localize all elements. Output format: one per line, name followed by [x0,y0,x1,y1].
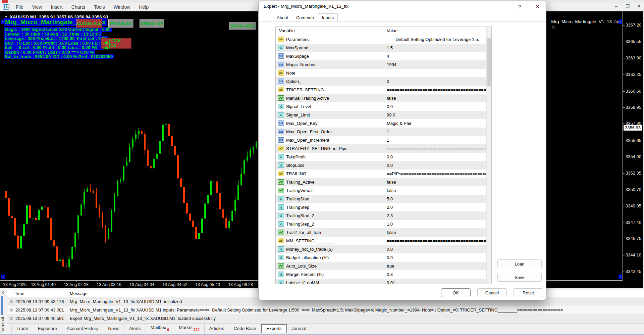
parameter-value[interactable]: false [387,230,486,235]
menu-view[interactable]: View [28,4,47,10]
break-ea-button[interactable]: BREAK EA [140,19,164,28]
terminal-tab-experts[interactable]: Experts [261,324,287,333]
parameter-value[interactable]: 4 [387,54,486,59]
chart-corner-marker-tr[interactable]: + [619,19,622,24]
pause-ea-button[interactable]: PAUSE EA [108,19,133,28]
parameter-value[interactable]: 2.3 [387,213,486,218]
terminal-tab-journal[interactable]: Journal [287,325,311,333]
table-row[interactable]: ½Signal_Level0.0 [276,102,491,111]
terminal-tab-mailbox[interactable]: Mailbox6 [146,324,174,334]
parameter-value[interactable]: 1 [387,138,486,143]
table-row[interactable]: abNote [276,69,491,77]
table-row[interactable]: ½Budget_allocation (%)0.0 [276,253,491,262]
menu-tools[interactable]: Tools [90,4,109,10]
parameter-value[interactable]: 0 [387,79,486,84]
parameter-value[interactable]: 99.0 [387,112,486,117]
table-row[interactable]: 123Magic_Number_1994 [276,60,491,69]
load-button[interactable]: Load [497,259,542,268]
parameter-value[interactable]: ========================================… [387,238,486,243]
table-row[interactable]: 123MaxSlipage4 [276,52,491,60]
table-row[interactable]: 123Max_Open_First_Order1 [276,128,491,136]
parameter-value[interactable]: === Default Setting Optimized for Levera… [387,37,486,42]
show-hide-button[interactable]: SHOW-HIDE [229,22,256,30]
parameter-value[interactable]: ==PIPs==================================… [387,171,486,176]
table-row[interactable]: ½MaxSpread1.5 [276,44,491,52]
parameter-value[interactable]: 0.0 [387,104,486,109]
tab-common[interactable]: Common [292,13,318,21]
table-scrollbar-thumb[interactable] [487,38,491,87]
chart-corner-marker-bl[interactable]: + [1,275,5,279]
parameter-value[interactable]: false [387,188,486,193]
tab-about[interactable]: About [273,13,292,21]
table-row[interactable]: Trail2_for_all_tranfalse [276,228,491,237]
menu-help[interactable]: Help [135,4,153,10]
terminal-tab-articles[interactable]: Articles [205,325,229,333]
parameter-value[interactable]: 1 [387,129,486,134]
terminal-tab-alerts[interactable]: Alerts [124,325,146,333]
table-row[interactable]: 123Option_0 [276,77,491,86]
dialog-close-button[interactable]: ✕ [532,2,543,11]
terminal-tab-trade[interactable]: Trade [11,325,33,333]
parameter-value[interactable]: true [387,264,486,269]
table-row[interactable]: ½Signal_Limit99.0 [276,111,491,119]
table-row[interactable]: ½TakeProfit0.0 [276,153,491,161]
parameter-value[interactable]: 1.0 [387,222,486,227]
chart-corner-marker-tl[interactable]: + [1,19,5,24]
menu-file[interactable]: File [11,4,28,10]
table-row[interactable]: ½TrailingStart5.0 [276,195,491,203]
parameter-value[interactable]: 0.0 [387,255,486,260]
table-row[interactable]: ½Money_not_to_trade ($)0.0 [276,245,491,253]
terminal-tab-exposure[interactable]: Exposure [33,325,62,333]
table-scrollbar[interactable] [486,27,491,284]
ea-status-icon[interactable]: ☺ [551,24,556,30]
menu-insert[interactable]: Insert [47,4,67,10]
parameter-value[interactable]: ========================================… [387,146,486,151]
parameter-value[interactable]: 1994 [387,62,486,67]
parameter-value[interactable]: ========================================… [387,87,486,92]
tab-inputs[interactable]: Inputs [318,13,338,21]
terminal-tab-code-base[interactable]: Code Base [229,325,261,333]
restore-button[interactable]: ❐ [625,4,630,9]
reset-button[interactable]: Reset [514,288,543,297]
terminal-tab-market[interactable]: Market122 [174,324,205,334]
parameter-value[interactable]: 0.0 [387,247,486,252]
parameter-value[interactable]: 0.0 [387,163,486,168]
table-row[interactable]: ½StopLoss0.0 [276,161,491,170]
dialog-help-button[interactable]: ? [514,2,525,11]
cancel-button[interactable]: Cancel [477,288,507,297]
parameter-value[interactable]: Magic & Pair [387,121,486,126]
table-row[interactable]: ½Lotsize_if_noMM0.01 [276,279,491,284]
parameter-value[interactable]: false [387,180,486,185]
table-row[interactable]: abTRIGER_SETTING________================… [276,86,491,94]
parameter-value[interactable]: 2.0 [387,205,486,210]
close-button[interactable]: ✕ [637,4,641,9]
terminal-tab-news[interactable]: News [103,325,124,333]
ok-button[interactable]: OK [441,288,471,297]
table-row[interactable]: ½TrailingStep2.0 [276,203,491,211]
table-row[interactable]: abSTRATEGY_SETTING_in_Pips==============… [276,144,491,153]
terminal-close-icon[interactable]: x [2,290,4,295]
parameter-value[interactable]: 1.5 [387,45,486,50]
minimize-button[interactable]: – [614,4,619,9]
parameter-value[interactable]: 0.3 [387,272,486,277]
table-row[interactable]: abTRAILING________==PIPs================… [276,170,491,178]
parameter-value[interactable]: 5.0 [387,196,486,201]
parameter-value[interactable]: 0.01 [387,280,486,284]
terminal-tab-account-history[interactable]: Account History [62,325,104,333]
menu-window[interactable]: Window [109,4,135,10]
menu-charts[interactable]: Charts [67,4,90,10]
table-row[interactable]: ½Margin Percent (%)0.3 [276,270,491,279]
table-row[interactable]: abMM_SETTING________====================… [276,237,491,245]
table-row[interactable]: ½TrailingStart_22.3 [276,211,491,220]
table-row[interactable]: ½TrailingStep_21.0 [276,220,491,228]
table-row[interactable]: Manual Trading Activefalse [276,94,491,102]
parameter-value[interactable]: 0.0 [387,154,486,159]
close-all-button[interactable]: CLOSE ALL [76,19,102,28]
terminal-scrollbar[interactable] [1,296,3,315]
table-row[interactable]: abParameters=== Default Setting Optimize… [276,35,491,44]
table-row[interactable]: 123Max_Open_Increment1 [276,136,491,144]
table-row[interactable]: Trailing_Activefalse [276,178,491,186]
table-row[interactable]: 123Max_Open_KeyMagic & Pair [276,119,491,128]
table-row[interactable]: TrailingVirtualfalse [276,186,491,195]
chart-corner-marker-br[interactable]: + [619,275,622,279]
